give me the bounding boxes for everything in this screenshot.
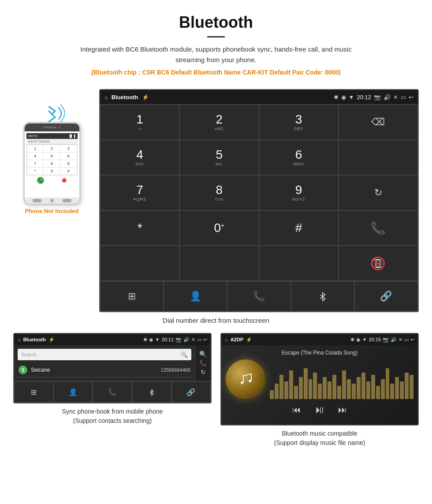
key-star[interactable]: * <box>27 168 44 175</box>
key-2[interactable]: 2 <box>44 145 60 152</box>
search-icon[interactable]: 🔍 <box>181 351 188 358</box>
dialpad-grid: 1∿ 2ABC 3DEF ⌫ 4GHI 5JKL 6MNO <box>100 104 418 281</box>
viz-bar <box>400 381 404 399</box>
right-phone-icon[interactable]: 📞 <box>199 359 207 366</box>
pb-close-icon[interactable]: ✕ <box>191 337 195 343</box>
play-pause-btn[interactable]: ⏯ <box>314 403 325 416</box>
dial-key-6[interactable]: 6MNO <box>259 140 339 175</box>
phone-device-mockup: MOTO ▐▌▐ Add to Contacts 1 2 3 4 5 6 7 8… <box>23 122 81 205</box>
nav-contacts-btn[interactable]: 👤 <box>164 281 227 311</box>
viz-bar <box>313 373 317 399</box>
pb-win-icon[interactable]: ▭ <box>197 337 201 343</box>
dial-call-red-btn[interactable]: 📵 <box>339 246 418 281</box>
pb-nav-link[interactable]: 🔗 <box>171 381 211 403</box>
window-icon[interactable]: ▭ <box>401 94 406 101</box>
status-left: ⌂ Bluetooth ⚡ <box>104 94 149 101</box>
phone-add-contacts: Add to Contacts <box>26 139 78 144</box>
right-search-icon[interactable]: 🔍 <box>199 351 207 358</box>
dial-refresh-btn[interactable]: ↻ <box>339 175 418 210</box>
pb-bt-icon: ✱ <box>143 337 147 343</box>
key-7[interactable]: 7 <box>27 160 44 167</box>
ms-back-icon[interactable]: ↩ <box>410 337 414 343</box>
pb-back-icon[interactable]: ↩ <box>203 337 207 343</box>
dial-key-0[interactable]: 0+ <box>179 210 259 246</box>
key-9[interactable]: 9 <box>60 160 77 167</box>
key-3[interactable]: 3 <box>60 145 77 152</box>
viz-bar <box>289 370 293 399</box>
nav-bluetooth-btn[interactable] <box>291 281 354 311</box>
dial-key-7[interactable]: 7PQRS <box>100 175 179 210</box>
dial-key-8[interactable]: 8TUV <box>179 175 259 210</box>
key-0[interactable]: 0 <box>44 168 60 175</box>
phone-call-button[interactable]: 📞 <box>37 177 44 184</box>
dial-key-hash[interactable]: # <box>259 210 339 246</box>
pb-nav-bt[interactable] <box>132 381 171 403</box>
next-track-btn[interactable]: ⏭ <box>338 405 347 415</box>
back-icon[interactable]: ↩ <box>409 94 413 101</box>
right-refresh-icon[interactable]: ↻ <box>201 369 206 376</box>
bottom-screenshots: ⌂ Bluetooth ⚡ ✱ ◉ ▼ 20:11 📷 🔊 ✕ ▭ ↩ <box>0 333 432 448</box>
description-text: Integrated with BC6 Bluetooth module, su… <box>66 44 366 65</box>
dial-backspace-btn[interactable]: ⌫ <box>339 105 418 140</box>
viz-bar <box>275 384 279 399</box>
nav-link-btn[interactable]: 🔗 <box>354 281 418 311</box>
dial-key-3[interactable]: 3DEF <box>259 105 339 140</box>
key-6[interactable]: 6 <box>60 153 77 160</box>
dial-key-star[interactable]: * <box>100 210 179 246</box>
key-8[interactable]: 8 <box>44 160 60 167</box>
key-1[interactable]: 1 <box>27 145 44 152</box>
ms-win-icon[interactable]: ▭ <box>404 337 409 343</box>
song-title: Escape (The Pina Colada Song) <box>282 350 358 356</box>
phone-not-included-label: Phone Not Included <box>25 208 78 214</box>
viz-bar <box>357 377 361 399</box>
music-home-icon[interactable]: ⌂ <box>225 337 228 342</box>
pb-vol-icon[interactable]: 🔊 <box>183 337 190 343</box>
pb-nav-contacts[interactable]: 👤 <box>53 381 93 403</box>
ms-vol-icon[interactable]: 🔊 <box>391 337 397 343</box>
phonebook-home-icon[interactable]: ⌂ <box>18 337 21 342</box>
dial-key-5[interactable]: 5JKL <box>179 140 259 175</box>
phone-menu-btn[interactable] <box>63 199 71 202</box>
key-4[interactable]: 4 <box>27 153 44 160</box>
camera-icon[interactable]: 📷 <box>374 94 381 101</box>
call-green-icon: 📞 <box>370 221 386 235</box>
music-content: Escape (The Pina Colada Song) <box>221 345 418 425</box>
caption-phonebook-line2: (Support contacts searching) <box>13 416 212 426</box>
phone-back-btn[interactable] <box>33 199 41 202</box>
key-5[interactable]: 5 <box>44 153 60 160</box>
phone-bottom-bar <box>25 198 79 204</box>
close-icon[interactable]: ✕ <box>393 94 398 101</box>
dial-key-9[interactable]: 9WXYZ <box>259 175 339 210</box>
dial-key-4[interactable]: 4GHI <box>100 140 179 175</box>
viz-bar <box>270 390 274 399</box>
phonebook-right-icons: 🔍 📞 ↻ <box>195 345 211 381</box>
phonebook-screen: ⌂ Bluetooth ⚡ ✱ ◉ ▼ 20:11 📷 🔊 ✕ ▭ ↩ <box>13 333 212 403</box>
prev-track-btn[interactable]: ⏮ <box>292 405 301 415</box>
dial-call-green-btn[interactable]: 📞 <box>339 210 418 246</box>
dial-empty-2 <box>100 246 179 281</box>
pb-cam-icon[interactable]: 📷 <box>175 337 182 343</box>
pb-bt-nav-icon <box>148 388 155 396</box>
caption-main: Dial number direct from touchscreen <box>0 317 432 324</box>
ms-close-icon[interactable]: ✕ <box>398 337 402 343</box>
ms-cam-icon[interactable]: 📷 <box>383 337 389 343</box>
pb-nav-phone[interactable]: 📞 <box>93 381 132 403</box>
volume-icon[interactable]: 🔊 <box>384 94 391 101</box>
nav-phone-btn[interactable]: 📞 <box>227 281 290 311</box>
link-icon: 🔗 <box>380 291 392 302</box>
home-icon[interactable]: ⌂ <box>104 94 108 101</box>
call-end-icon: 📵 <box>370 256 386 271</box>
pb-nav-grid[interactable]: ⊞ <box>14 381 53 403</box>
nav-grid-btn[interactable]: ⊞ <box>100 281 164 311</box>
contact-row[interactable]: S Seicane 13566664466 <box>18 363 191 377</box>
viz-bar <box>371 375 375 399</box>
dial-key-2[interactable]: 2ABC <box>179 105 259 140</box>
phone-end-btn[interactable]: 🔴 <box>62 178 67 183</box>
search-bar[interactable]: Search 🔍 <box>18 349 191 360</box>
phone-home-btn[interactable] <box>50 199 54 202</box>
pb-link-icon: 🔗 <box>186 388 195 396</box>
dial-empty-4 <box>259 246 339 281</box>
key-hash[interactable]: # <box>60 168 77 175</box>
dial-key-1[interactable]: 1∿ <box>100 105 179 140</box>
ms-loc-icon: ◉ <box>356 337 361 343</box>
